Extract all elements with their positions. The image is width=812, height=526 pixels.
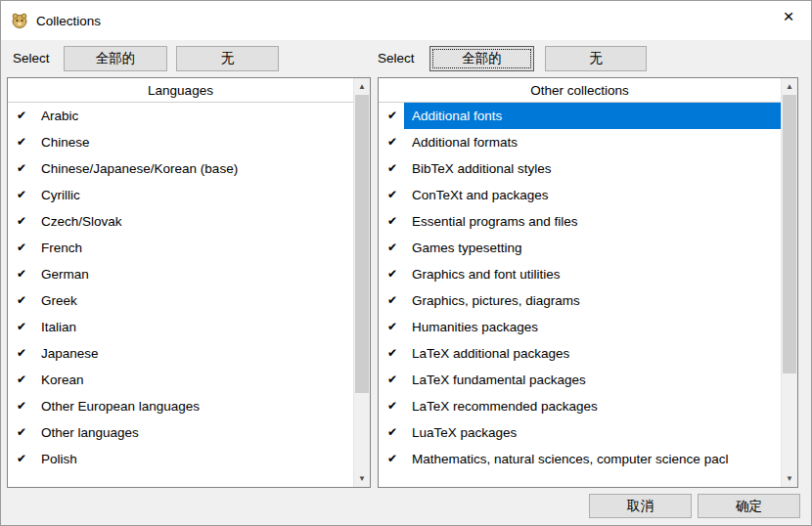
checkmark-icon: ✔: [379, 182, 404, 208]
list-item[interactable]: ✔LaTeX additional packages: [379, 340, 781, 367]
languages-scrollbar[interactable]: ▲ ▼: [353, 78, 370, 487]
scroll-down-icon[interactable]: ▼: [354, 470, 370, 487]
scrollbar-thumb[interactable]: [355, 95, 369, 393]
checkmark-icon: ✔: [379, 393, 404, 419]
list-item[interactable]: ✔Arabic: [8, 103, 353, 129]
checkmark-icon: ✔: [8, 155, 33, 182]
list-item[interactable]: ✔Other languages: [8, 419, 353, 446]
checkmark-icon: ✔: [8, 419, 33, 446]
list-item[interactable]: ✔Additional fonts: [379, 103, 781, 129]
list-item[interactable]: ✔Greek: [8, 287, 353, 314]
checkmark-icon: ✔: [8, 103, 33, 129]
left-select-none-button[interactable]: 无: [176, 46, 279, 71]
list-item-label: Greek: [33, 287, 353, 314]
right-select-none-button[interactable]: 无: [545, 46, 647, 71]
list-item[interactable]: ✔Czech/Slovak: [8, 208, 353, 235]
list-item-label: Other languages: [33, 419, 353, 446]
list-item-label: Humanities packages: [404, 314, 781, 340]
list-item[interactable]: ✔ConTeXt and packages: [379, 182, 781, 208]
list-item[interactable]: ✔Polish: [8, 446, 353, 472]
list-item[interactable]: ✔Korean: [8, 367, 353, 393]
list-item[interactable]: ✔Chinese: [8, 129, 353, 155]
list-item-label: Additional fonts: [404, 103, 781, 129]
list-item[interactable]: ✔LaTeX recommended packages: [379, 393, 781, 419]
list-item[interactable]: ✔Graphics and font utilities: [379, 261, 781, 287]
checkmark-icon: ✔: [379, 208, 404, 235]
list-item-label: German: [33, 261, 353, 287]
list-item-label: LaTeX recommended packages: [404, 393, 781, 419]
list-item[interactable]: ✔Other European languages: [8, 393, 353, 419]
list-item[interactable]: ✔Essential programs and files: [379, 208, 781, 235]
scroll-down-icon[interactable]: ▼: [782, 470, 797, 487]
texlive-app-icon: [11, 12, 28, 29]
list-item-label: Graphics, pictures, diagrams: [404, 287, 781, 314]
list-item[interactable]: ✔Humanities packages: [379, 314, 781, 340]
checkmark-icon: ✔: [8, 129, 33, 155]
close-icon[interactable]: ×: [766, 1, 811, 32]
list-item[interactable]: ✔Chinese/Japanese/Korean (base): [8, 155, 353, 182]
checkmark-icon: ✔: [8, 393, 33, 419]
list-item-label: Games typesetting: [404, 235, 781, 261]
left-select-all-button[interactable]: 全部的: [64, 46, 167, 71]
list-item-label: ConTeXt and packages: [404, 182, 781, 208]
collections-header: Other collections: [379, 78, 781, 103]
right-select-all-button[interactable]: 全部的: [429, 46, 534, 71]
checkmark-icon: ✔: [379, 155, 404, 182]
list-item-label: Japanese: [33, 340, 353, 367]
list-item[interactable]: ✔Additional formats: [379, 129, 781, 155]
scrollbar-thumb[interactable]: [783, 95, 796, 373]
checkmark-icon: ✔: [379, 367, 404, 393]
checkmark-icon: ✔: [8, 208, 33, 235]
list-item[interactable]: ✔French: [8, 235, 353, 261]
collections-dialog: Collections × Select 全部的 无 Select 全部的 无 …: [0, 0, 812, 526]
checkmark-icon: ✔: [379, 103, 404, 129]
list-item-label: Essential programs and files: [404, 208, 781, 235]
checkmark-icon: ✔: [8, 287, 33, 314]
scroll-up-icon[interactable]: ▲: [354, 78, 370, 95]
list-item[interactable]: ✔Graphics, pictures, diagrams: [379, 287, 781, 314]
checkmark-icon: ✔: [8, 235, 33, 261]
collections-rows: ✔Additional fonts✔Additional formats✔Bib…: [379, 103, 781, 487]
checkmark-icon: ✔: [379, 287, 404, 314]
window-title: Collections: [36, 14, 101, 28]
checkmark-icon: ✔: [379, 446, 404, 472]
list-item[interactable]: ✔Games typesetting: [379, 235, 781, 261]
list-item-label: Arabic: [33, 103, 353, 129]
checkmark-icon: ✔: [379, 129, 404, 155]
checkmark-icon: ✔: [8, 182, 33, 208]
cancel-button[interactable]: 取消: [589, 494, 692, 518]
checkmark-icon: ✔: [379, 261, 404, 287]
ok-button[interactable]: 确定: [698, 494, 800, 518]
list-item-label: LaTeX fundamental packages: [404, 367, 781, 393]
list-item[interactable]: ✔Italian: [8, 314, 353, 340]
list-item-label: Mathematics, natural sciences, computer …: [404, 446, 781, 472]
collections-scrollbar[interactable]: ▲ ▼: [781, 78, 797, 487]
list-item-label: LaTeX additional packages: [404, 340, 781, 367]
list-item[interactable]: ✔LaTeX fundamental packages: [379, 367, 781, 393]
list-item-label: Cyrillic: [33, 182, 353, 208]
list-item-label: Other European languages: [33, 393, 353, 419]
checkmark-icon: ✔: [379, 235, 404, 261]
list-item-label: Graphics and font utilities: [404, 261, 781, 287]
checkmark-icon: ✔: [8, 314, 33, 340]
list-item[interactable]: ✔BibTeX additional styles: [379, 155, 781, 182]
checkmark-icon: ✔: [8, 261, 33, 287]
scroll-up-icon[interactable]: ▲: [782, 78, 797, 95]
languages-rows: ✔Arabic✔Chinese✔Chinese/Japanese/Korean …: [8, 103, 353, 487]
list-item[interactable]: ✔Mathematics, natural sciences, computer…: [379, 446, 781, 472]
checkmark-icon: ✔: [379, 419, 404, 446]
list-item[interactable]: ✔Cyrillic: [8, 182, 353, 208]
list-item[interactable]: ✔Japanese: [8, 340, 353, 367]
list-item-label: Korean: [33, 367, 353, 393]
list-item-label: BibTeX additional styles: [404, 155, 781, 182]
right-select-label: Select: [378, 46, 415, 71]
titlebar: Collections ×: [1, 1, 811, 40]
list-item[interactable]: ✔German: [8, 261, 353, 287]
list-item-label: Chinese: [33, 129, 353, 155]
list-item[interactable]: ✔LuaTeX packages: [379, 419, 781, 446]
list-item-label: French: [33, 235, 353, 261]
checkmark-icon: ✔: [379, 314, 404, 340]
checkmark-icon: ✔: [379, 340, 404, 367]
list-item-label: LuaTeX packages: [404, 419, 781, 446]
list-item-label: Additional formats: [404, 129, 781, 155]
